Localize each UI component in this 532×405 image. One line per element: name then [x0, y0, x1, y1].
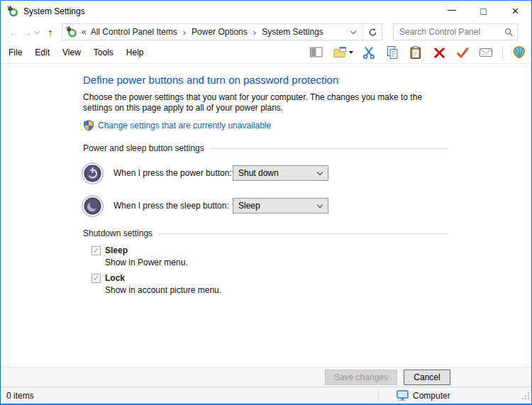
refresh-icon: [368, 28, 377, 37]
search-box: [393, 23, 518, 40]
menu-file[interactable]: File: [2, 48, 28, 57]
address-bar[interactable]: « All Control Panel Items › Power Option…: [62, 23, 382, 40]
chevron-down-icon: [317, 201, 323, 207]
sleep-button-label: When I press the sleep button:: [113, 201, 233, 211]
up-button[interactable]: ↑: [44, 27, 57, 38]
apply-check-icon[interactable]: [455, 44, 470, 61]
power-button-setting-row: When I press the power button: Shut down: [83, 160, 453, 186]
sleep-option-description: Show in Power menu.: [105, 257, 188, 267]
window-title: System Settings: [23, 6, 85, 16]
main-content: Define power buttons and turn on passwor…: [1, 64, 531, 367]
save-changes-button[interactable]: Save changes: [325, 370, 397, 385]
menu-tools[interactable]: Tools: [87, 48, 120, 57]
history-chevron-icon[interactable]: [34, 28, 40, 33]
power-options-icon: [66, 26, 77, 38]
lock-checkbox[interactable]: ✓: [92, 274, 101, 283]
power-options-icon: [7, 6, 18, 17]
cancel-button[interactable]: Cancel: [404, 370, 450, 385]
breadcrumb-system-settings[interactable]: System Settings: [262, 27, 323, 37]
power-button-action-select[interactable]: Shut down: [233, 165, 328, 181]
window-controls: — □ ×: [436, 1, 531, 22]
lock-option-row: ✓ Lock Show in account picture menu.: [92, 273, 453, 295]
menu-bar: File Edit View Tools Help: [1, 42, 531, 64]
search-icon[interactable]: [500, 28, 517, 37]
menu-help[interactable]: Help: [120, 48, 150, 57]
views-folder-icon[interactable]: [332, 44, 353, 61]
status-separator: [378, 389, 379, 401]
lock-option-label: Lock: [105, 273, 221, 283]
lock-option-description: Show in account picture menu.: [105, 285, 221, 295]
page-title: Define power buttons and turn on passwor…: [83, 74, 453, 86]
sleep-option-label: Sleep: [105, 245, 188, 255]
page-description: Choose the power settings that you want …: [83, 92, 453, 113]
breadcrumb-power-options[interactable]: Power Options: [192, 27, 248, 37]
preview-pane-icon[interactable]: [309, 44, 324, 61]
items-count: 0 items: [1, 391, 34, 401]
shutdown-section-header: Shutdown settings: [83, 228, 448, 238]
paste-icon[interactable]: [408, 44, 423, 61]
section-divider: [158, 233, 448, 234]
elevate-settings-row: Change settings that are currently unava…: [83, 120, 453, 131]
menu-edit[interactable]: Edit: [28, 48, 56, 57]
sleep-option-row: ✓ Sleep Show in Power menu.: [92, 245, 453, 267]
section-title: Power and sleep button settings: [83, 143, 210, 153]
section-title: Shutdown settings: [83, 228, 158, 238]
section-divider: [210, 148, 448, 149]
power-sleep-section-header: Power and sleep button settings: [83, 143, 448, 153]
views-dropdown-arrow-icon[interactable]: [349, 51, 353, 54]
sleep-button-action-select[interactable]: Sleep: [233, 198, 328, 213]
cut-icon[interactable]: [361, 44, 377, 61]
resize-grip[interactable]: [521, 392, 530, 402]
breadcrumb-ellipsis[interactable]: «: [82, 27, 87, 37]
sleep-button-icon: [81, 194, 104, 218]
search-input[interactable]: [394, 27, 500, 37]
selected-value: Shut down: [238, 168, 318, 178]
forward-button[interactable]: →: [21, 27, 33, 38]
breadcrumb-all-control-panel-items[interactable]: All Control Panel Items: [91, 27, 177, 37]
classic-shell-icon[interactable]: [511, 44, 527, 61]
status-bar: 0 items Computer: [1, 387, 531, 404]
sleep-checkbox[interactable]: ✓: [92, 246, 101, 255]
maximize-button[interactable]: □: [467, 1, 499, 22]
uac-shield-icon: [83, 120, 94, 131]
change-unavailable-settings-link[interactable]: Change settings that are currently unava…: [98, 121, 271, 131]
close-button[interactable]: ×: [499, 1, 531, 22]
chevron-down-icon: [317, 169, 323, 174]
breadcrumb-separator-icon: ›: [183, 27, 186, 38]
minimize-button[interactable]: —: [436, 1, 467, 22]
refresh-button[interactable]: [362, 24, 382, 40]
toolbar-separator: [502, 45, 503, 60]
breadcrumb-separator-icon: ›: [253, 27, 256, 38]
menu-view[interactable]: View: [56, 48, 87, 57]
sleep-button-setting-row: When I press the sleep button: Sleep: [83, 193, 453, 218]
back-button[interactable]: ←: [8, 27, 21, 38]
address-dropdown-chevron-icon[interactable]: [350, 28, 356, 33]
power-button-icon: [81, 162, 104, 185]
system-settings-window: System Settings — □ × ← → ↑ « All Contro: [0, 0, 532, 405]
copy-icon[interactable]: [384, 44, 400, 61]
computer-icon: [397, 389, 409, 401]
envelope-icon[interactable]: [478, 44, 494, 61]
selected-value: Sleep: [238, 201, 318, 211]
location-label: Computer: [413, 391, 450, 401]
titlebar: System Settings — □ ×: [1, 1, 531, 22]
power-button-label: When I press the power button:: [113, 168, 233, 178]
toolbar: [309, 44, 527, 61]
location-indicator: Computer: [397, 389, 450, 401]
footer-button-bar: Save changes Cancel: [1, 367, 531, 387]
navigation-bar: ← → ↑ « All Control Panel Items › Power …: [1, 22, 531, 42]
delete-icon[interactable]: [431, 44, 447, 61]
